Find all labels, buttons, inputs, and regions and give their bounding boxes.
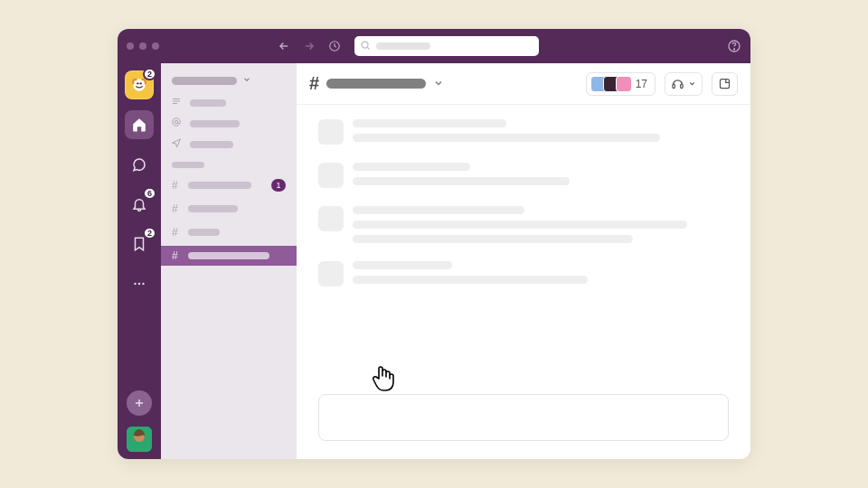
nav-forward-button[interactable] [300, 37, 318, 55]
window-zoom-dot[interactable] [152, 42, 159, 50]
channel-item-3[interactable]: # [161, 222, 297, 242]
sidebar-item-mentions[interactable] [170, 117, 288, 130]
threads-icon [170, 96, 183, 109]
message-item[interactable] [318, 206, 729, 243]
message-list [297, 105, 750, 383]
channel-name [326, 79, 426, 89]
unread-badge: 1 [271, 179, 286, 192]
activity-badge: 6 [143, 187, 156, 200]
workspace-switcher[interactable]: 2 [125, 70, 154, 99]
sidebar-item-drafts[interactable] [170, 137, 288, 151]
members-button[interactable]: 17 [586, 72, 656, 96]
titlebar [118, 29, 750, 63]
channel-item-4-active[interactable]: # [161, 246, 297, 266]
svg-rect-14 [681, 84, 684, 88]
rail-later-button[interactable]: 2 [125, 230, 154, 258]
channels-section-header[interactable] [172, 162, 204, 168]
member-avatars [590, 76, 632, 92]
main-panel: # 17 [297, 63, 750, 459]
workspace-name [172, 77, 237, 85]
later-badge: 2 [143, 227, 156, 239]
channel-item-2[interactable]: # [161, 199, 297, 219]
hash-icon: # [172, 226, 181, 239]
app-window: 2 6 2 [118, 29, 750, 459]
message-avatar[interactable] [318, 119, 344, 145]
window-close-dot[interactable] [127, 42, 134, 50]
svg-point-4 [133, 79, 145, 90]
rail-more-button[interactable] [125, 269, 154, 298]
rail-create-button[interactable] [127, 390, 152, 416]
sidebar-item-threads[interactable] [170, 96, 288, 109]
search-icon [360, 38, 371, 54]
channel-title-dropdown[interactable]: # [309, 73, 444, 94]
svg-rect-15 [721, 80, 730, 89]
svg-point-8 [138, 283, 140, 285]
message-item[interactable] [318, 261, 729, 286]
workspace-name-dropdown[interactable] [161, 72, 297, 96]
send-icon [170, 137, 183, 151]
search-placeholder [376, 42, 430, 50]
chevron-down-icon [433, 76, 444, 92]
search-input[interactable] [354, 36, 539, 56]
svg-point-12 [175, 120, 178, 124]
rail-dms-button[interactable] [125, 150, 154, 179]
svg-point-5 [137, 82, 138, 84]
at-icon [170, 117, 183, 130]
canvas-button[interactable] [712, 72, 738, 96]
history-button[interactable] [326, 37, 344, 55]
svg-point-7 [134, 283, 136, 285]
left-rail: 2 6 2 [118, 63, 161, 459]
message-item[interactable] [318, 163, 729, 188]
svg-point-1 [362, 42, 368, 48]
hash-icon: # [172, 202, 181, 215]
user-avatar[interactable] [127, 427, 152, 452]
help-button[interactable] [727, 39, 741, 53]
huddle-button[interactable] [665, 72, 703, 96]
svg-point-6 [140, 82, 142, 84]
hash-icon: # [172, 249, 181, 262]
channel-sidebar: # 1 # # # [161, 63, 297, 459]
hash-icon: # [172, 179, 181, 192]
message-avatar[interactable] [318, 206, 344, 231]
channel-header: # 17 [297, 63, 750, 105]
svg-rect-13 [673, 84, 675, 88]
window-controls[interactable] [127, 42, 159, 50]
svg-point-3 [733, 49, 734, 50]
svg-point-9 [142, 283, 144, 285]
workspace-badge: 2 [143, 68, 156, 80]
message-avatar[interactable] [318, 163, 344, 188]
message-avatar[interactable] [318, 261, 344, 286]
chevron-down-icon [242, 74, 251, 87]
message-composer[interactable] [318, 394, 729, 441]
window-minimize-dot[interactable] [139, 42, 146, 50]
member-count: 17 [636, 78, 647, 90]
hash-icon: # [309, 73, 319, 94]
nav-back-button[interactable] [275, 37, 293, 55]
rail-home-button[interactable] [125, 110, 154, 139]
message-item[interactable] [318, 119, 729, 145]
channel-item-1[interactable]: # 1 [161, 175, 297, 195]
rail-activity-button[interactable]: 6 [125, 190, 154, 219]
